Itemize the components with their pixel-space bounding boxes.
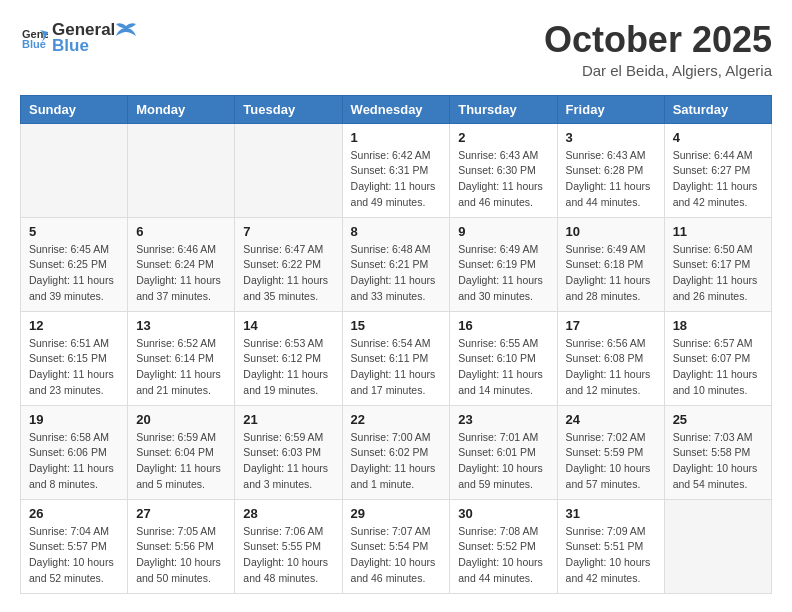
calendar-week-row: 5Sunrise: 6:45 AMSunset: 6:25 PMDaylight… (21, 217, 772, 311)
daylight-info: Daylight: 10 hours and 52 minutes. (29, 555, 119, 587)
sunrise-info: Sunrise: 6:49 AM (458, 242, 548, 258)
day-number: 5 (29, 224, 119, 239)
sunrise-info: Sunrise: 6:46 AM (136, 242, 226, 258)
daylight-info: Daylight: 11 hours and 21 minutes. (136, 367, 226, 399)
sunrise-info: Sunrise: 6:45 AM (29, 242, 119, 258)
daylight-info: Daylight: 11 hours and 10 minutes. (673, 367, 763, 399)
calendar-cell: 14Sunrise: 6:53 AMSunset: 6:12 PMDayligh… (235, 311, 342, 405)
calendar-cell: 5Sunrise: 6:45 AMSunset: 6:25 PMDaylight… (21, 217, 128, 311)
calendar-cell: 6Sunrise: 6:46 AMSunset: 6:24 PMDaylight… (128, 217, 235, 311)
day-number: 26 (29, 506, 119, 521)
day-number: 27 (136, 506, 226, 521)
day-number: 6 (136, 224, 226, 239)
day-number: 15 (351, 318, 442, 333)
sunset-info: Sunset: 6:28 PM (566, 163, 656, 179)
day-number: 29 (351, 506, 442, 521)
day-number: 2 (458, 130, 548, 145)
sunset-info: Sunset: 6:06 PM (29, 445, 119, 461)
sunset-info: Sunset: 6:19 PM (458, 257, 548, 273)
day-number: 4 (673, 130, 763, 145)
sunset-info: Sunset: 5:51 PM (566, 539, 656, 555)
sunrise-info: Sunrise: 6:50 AM (673, 242, 763, 258)
day-number: 11 (673, 224, 763, 239)
sunset-info: Sunset: 6:11 PM (351, 351, 442, 367)
calendar-cell: 10Sunrise: 6:49 AMSunset: 6:18 PMDayligh… (557, 217, 664, 311)
calendar-cell: 9Sunrise: 6:49 AMSunset: 6:19 PMDaylight… (450, 217, 557, 311)
sunset-info: Sunset: 5:59 PM (566, 445, 656, 461)
sunrise-info: Sunrise: 6:55 AM (458, 336, 548, 352)
calendar-cell: 17Sunrise: 6:56 AMSunset: 6:08 PMDayligh… (557, 311, 664, 405)
calendar-week-row: 19Sunrise: 6:58 AMSunset: 6:06 PMDayligh… (21, 405, 772, 499)
daylight-info: Daylight: 10 hours and 57 minutes. (566, 461, 656, 493)
sunrise-info: Sunrise: 6:54 AM (351, 336, 442, 352)
calendar-cell: 19Sunrise: 6:58 AMSunset: 6:06 PMDayligh… (21, 405, 128, 499)
weekday-header: Tuesday (235, 95, 342, 123)
sunset-info: Sunset: 5:52 PM (458, 539, 548, 555)
sunrise-info: Sunrise: 6:43 AM (566, 148, 656, 164)
calendar-cell (664, 499, 771, 593)
sunrise-info: Sunrise: 6:52 AM (136, 336, 226, 352)
sunset-info: Sunset: 6:12 PM (243, 351, 333, 367)
calendar-cell: 20Sunrise: 6:59 AMSunset: 6:04 PMDayligh… (128, 405, 235, 499)
sunrise-info: Sunrise: 6:59 AM (243, 430, 333, 446)
sunset-info: Sunset: 6:02 PM (351, 445, 442, 461)
daylight-info: Daylight: 11 hours and 46 minutes. (458, 179, 548, 211)
calendar-week-row: 12Sunrise: 6:51 AMSunset: 6:15 PMDayligh… (21, 311, 772, 405)
page-header: General Blue General Blue October 2025 D… (20, 20, 772, 79)
daylight-info: Daylight: 10 hours and 48 minutes. (243, 555, 333, 587)
daylight-info: Daylight: 11 hours and 5 minutes. (136, 461, 226, 493)
calendar-week-row: 1Sunrise: 6:42 AMSunset: 6:31 PMDaylight… (21, 123, 772, 217)
sunrise-info: Sunrise: 7:07 AM (351, 524, 442, 540)
day-number: 16 (458, 318, 548, 333)
calendar-cell: 22Sunrise: 7:00 AMSunset: 6:02 PMDayligh… (342, 405, 450, 499)
calendar-cell: 27Sunrise: 7:05 AMSunset: 5:56 PMDayligh… (128, 499, 235, 593)
sunset-info: Sunset: 5:54 PM (351, 539, 442, 555)
day-number: 28 (243, 506, 333, 521)
sunrise-info: Sunrise: 6:53 AM (243, 336, 333, 352)
daylight-info: Daylight: 11 hours and 12 minutes. (566, 367, 656, 399)
calendar-header-row: SundayMondayTuesdayWednesdayThursdayFrid… (21, 95, 772, 123)
daylight-info: Daylight: 11 hours and 39 minutes. (29, 273, 119, 305)
sunset-info: Sunset: 5:55 PM (243, 539, 333, 555)
calendar-cell: 15Sunrise: 6:54 AMSunset: 6:11 PMDayligh… (342, 311, 450, 405)
daylight-info: Daylight: 11 hours and 26 minutes. (673, 273, 763, 305)
calendar-cell: 21Sunrise: 6:59 AMSunset: 6:03 PMDayligh… (235, 405, 342, 499)
calendar-cell: 24Sunrise: 7:02 AMSunset: 5:59 PMDayligh… (557, 405, 664, 499)
weekday-header: Monday (128, 95, 235, 123)
daylight-info: Daylight: 11 hours and 35 minutes. (243, 273, 333, 305)
daylight-info: Daylight: 11 hours and 23 minutes. (29, 367, 119, 399)
calendar-title: October 2025 (544, 20, 772, 60)
sunset-info: Sunset: 5:58 PM (673, 445, 763, 461)
sunrise-info: Sunrise: 7:00 AM (351, 430, 442, 446)
sunrise-info: Sunrise: 6:49 AM (566, 242, 656, 258)
calendar-cell: 26Sunrise: 7:04 AMSunset: 5:57 PMDayligh… (21, 499, 128, 593)
day-number: 9 (458, 224, 548, 239)
sunrise-info: Sunrise: 7:01 AM (458, 430, 548, 446)
sunrise-info: Sunrise: 6:56 AM (566, 336, 656, 352)
weekday-header: Saturday (664, 95, 771, 123)
day-number: 14 (243, 318, 333, 333)
calendar-cell: 25Sunrise: 7:03 AMSunset: 5:58 PMDayligh… (664, 405, 771, 499)
daylight-info: Daylight: 11 hours and 28 minutes. (566, 273, 656, 305)
day-number: 18 (673, 318, 763, 333)
sunset-info: Sunset: 6:27 PM (673, 163, 763, 179)
calendar-cell: 1Sunrise: 6:42 AMSunset: 6:31 PMDaylight… (342, 123, 450, 217)
daylight-info: Daylight: 10 hours and 42 minutes. (566, 555, 656, 587)
calendar-week-row: 26Sunrise: 7:04 AMSunset: 5:57 PMDayligh… (21, 499, 772, 593)
day-number: 19 (29, 412, 119, 427)
logo-icon: General Blue (20, 24, 48, 52)
day-number: 25 (673, 412, 763, 427)
sunrise-info: Sunrise: 7:05 AM (136, 524, 226, 540)
sunset-info: Sunset: 6:04 PM (136, 445, 226, 461)
sunset-info: Sunset: 6:15 PM (29, 351, 119, 367)
daylight-info: Daylight: 11 hours and 49 minutes. (351, 179, 442, 211)
day-number: 12 (29, 318, 119, 333)
daylight-info: Daylight: 11 hours and 3 minutes. (243, 461, 333, 493)
sunset-info: Sunset: 6:22 PM (243, 257, 333, 273)
sunrise-info: Sunrise: 6:48 AM (351, 242, 442, 258)
sunset-info: Sunset: 6:30 PM (458, 163, 548, 179)
sunrise-info: Sunrise: 7:03 AM (673, 430, 763, 446)
svg-text:Blue: Blue (22, 38, 46, 50)
calendar-cell: 8Sunrise: 6:48 AMSunset: 6:21 PMDaylight… (342, 217, 450, 311)
day-number: 30 (458, 506, 548, 521)
